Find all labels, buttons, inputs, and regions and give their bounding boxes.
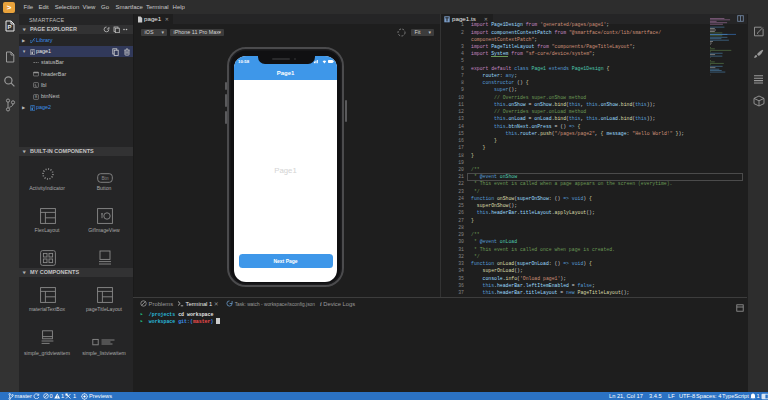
svg-text:B: B bbox=[35, 95, 38, 99]
svg-text:Btn: Btn bbox=[102, 176, 109, 181]
svg-text:P: P bbox=[7, 24, 11, 30]
